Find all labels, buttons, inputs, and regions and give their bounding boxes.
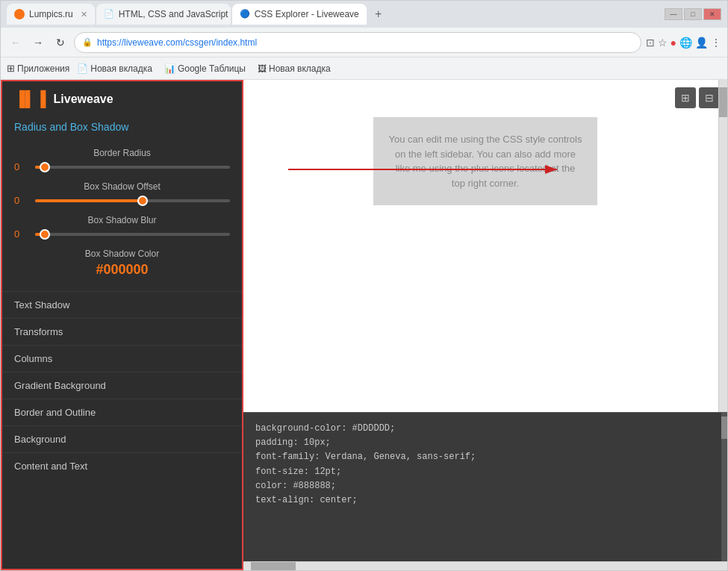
menu-item-border-outline[interactable]: Border and Outline: [2, 399, 242, 425]
sidebar-scrollable[interactable]: Border Radius 0 Box Shadow Offset: [2, 140, 242, 569]
box-shadow-color-value[interactable]: #000000: [14, 262, 230, 278]
border-radius-thumb[interactable]: [40, 162, 50, 172]
box-shadow-blur-track: [35, 233, 230, 236]
box-shadow-offset-label: Box Shadow Offset: [14, 181, 230, 192]
border-radius-slider[interactable]: [35, 162, 230, 172]
minimize-button[interactable]: —: [665, 8, 682, 20]
bookmark-label-3: Новая вкладка: [269, 63, 331, 74]
logo-text: Liveweave: [54, 93, 113, 106]
preview-area: ⊞ ⊟ You can edit me using the CSS style …: [243, 80, 727, 412]
forward-button[interactable]: →: [29, 34, 47, 52]
box-shadow-blur-row: 0: [14, 228, 230, 240]
cast-icon[interactable]: ⊡: [646, 37, 655, 49]
box-shadow-offset-row: 0: [14, 195, 230, 206]
tab-html-demo[interactable]: 📄 HTML, CSS and JavaScript demo ✕: [96, 4, 231, 25]
menu-item-border-outline-label: Border and Outline: [14, 407, 96, 418]
bookmark-icon[interactable]: ☆: [658, 37, 668, 49]
menu-item-transforms-label: Transforms: [14, 326, 63, 337]
preview-scrollbar-thumb: [719, 87, 727, 117]
menu-item-columns-label: Columns: [14, 353, 52, 364]
controls-panel: Border Radius 0 Box Shadow Offset: [2, 140, 242, 291]
bookmarks-bar: ⊞ Приложения 📄 Новая вкладка 📊 Google Та…: [1, 57, 727, 80]
code-scrollbar-thumb: [721, 416, 727, 439]
menu-item-content-text[interactable]: Content and Text: [2, 452, 242, 479]
expand-button[interactable]: ⊞: [675, 87, 696, 108]
close-button[interactable]: ✕: [703, 8, 721, 20]
preview-scrollbar[interactable]: [718, 80, 727, 412]
lock-icon: 🔒: [82, 37, 93, 47]
bookmark-label-2: Google Таблицы: [178, 63, 246, 74]
color-section: Box Shadow Color #000000: [14, 249, 230, 278]
box-shadow-offset-thumb[interactable]: [137, 196, 148, 206]
menu-item-content-text-label: Content and Text: [14, 461, 87, 472]
menu-item-background[interactable]: Background: [2, 425, 242, 452]
tab-favicon-css: 🔵: [240, 9, 250, 19]
horizontal-scrollbar[interactable]: [243, 561, 727, 570]
tab-css-explorer[interactable]: 🔵 CSS Explorer - Liveweave ✕: [232, 4, 367, 25]
code-scrollbar[interactable]: [721, 413, 727, 561]
bookmark-new-tab-1[interactable]: 📄 Новая вкладка: [72, 62, 157, 75]
browser-window: Lumpics.ru ✕ 📄 HTML, CSS and JavaScript …: [0, 0, 728, 571]
logo-icon: ▐▌▐: [14, 90, 46, 107]
title-bar: Lumpics.ru ✕ 📄 HTML, CSS and JavaScript …: [1, 1, 727, 28]
apps-label: Приложения: [17, 63, 69, 74]
sidebar: ▐▌▐ Liveweave Radius and Box Shadow Bord…: [1, 80, 243, 570]
bookmark-new-tab-2[interactable]: 🖼 Новая вкладка: [253, 62, 335, 75]
box-shadow-blur-label: Box Shadow Blur: [14, 215, 230, 225]
border-radius-label: Border Radius: [14, 148, 230, 158]
tab-close-lumpics[interactable]: ✕: [81, 10, 87, 19]
sheets-icon: 📊: [164, 63, 175, 74]
tab-favicon-lumpics: [14, 9, 25, 19]
image-icon: 🖼: [258, 63, 267, 74]
preview-controls: ⊞ ⊟: [675, 87, 720, 108]
box-shadow-blur-slider[interactable]: [35, 229, 230, 240]
bookmark-google-sheets[interactable]: 📊 Google Таблицы: [160, 62, 250, 75]
url-text: https://liveweave.com/cssgen/index.html: [97, 37, 257, 48]
doc-icon: 📄: [77, 63, 88, 74]
box-shadow-color-label: Box Shadow Color: [14, 249, 230, 259]
menu-item-text-shadow[interactable]: Text Shadow: [2, 291, 242, 318]
menu-icon[interactable]: ⋮: [711, 37, 721, 49]
box-shadow-offset-slider[interactable]: [35, 196, 230, 206]
menu-item-transforms[interactable]: Transforms: [2, 318, 242, 345]
sidebar-section-title: Radius and Box Shadow: [2, 116, 242, 140]
box-shadow-blur-thumb[interactable]: [40, 229, 50, 240]
bookmark-label-1: Новая вкладка: [90, 63, 152, 74]
avatar-icon[interactable]: 👤: [695, 37, 708, 49]
menu-item-gradient-background[interactable]: Gradient Background: [2, 372, 242, 399]
tab-label-css: CSS Explorer - Liveweave: [255, 9, 359, 19]
box-shadow-blur-value: 0: [14, 228, 29, 240]
horizontal-scrollbar-thumb: [251, 562, 296, 570]
sidebar-header: ▐▌▐ Liveweave: [2, 81, 242, 116]
address-bar-icons: ⊡ ☆ ● 🌐 👤 ⋮: [646, 37, 721, 49]
new-tab-button[interactable]: +: [368, 4, 389, 25]
menu-item-background-label: Background: [14, 434, 66, 445]
address-bar: ← → ↻ 🔒 https://liveweave.com/cssgen/ind…: [1, 28, 727, 57]
tab-lumpics[interactable]: Lumpics.ru ✕: [7, 4, 95, 25]
collapse-button[interactable]: ⊟: [699, 87, 720, 108]
box-shadow-offset-value: 0: [14, 195, 29, 206]
menu-item-text-shadow-label: Text Shadow: [14, 299, 69, 311]
menu-item-columns[interactable]: Columns: [2, 345, 242, 372]
right-panel: ⊞ ⊟ You can edit me using the CSS style …: [243, 80, 727, 570]
apps-button[interactable]: ⊞ Приложения: [7, 63, 69, 74]
tab-label-html: HTML, CSS and JavaScript demo: [119, 9, 231, 19]
apps-grid-icon: ⊞: [7, 63, 15, 74]
preview-box: You can edit me using the CSS style cont…: [373, 117, 597, 205]
globe-icon[interactable]: 🌐: [679, 37, 692, 49]
back-button[interactable]: ←: [7, 34, 25, 52]
tab-label-lumpics: Lumpics.ru: [29, 9, 73, 19]
browser-content: ▐▌▐ Liveweave Radius and Box Shadow Bord…: [1, 80, 727, 570]
tab-favicon-html: 📄: [104, 9, 114, 19]
maximize-button[interactable]: □: [684, 8, 702, 20]
refresh-button[interactable]: ↻: [52, 34, 69, 52]
preview-text: You can edit me using the CSS style cont…: [389, 134, 582, 189]
border-radius-value: 0: [14, 161, 29, 172]
menu-item-gradient-background-label: Gradient Background: [14, 380, 106, 391]
sidebar-menu: Text Shadow Transforms Columns Gradient …: [2, 291, 242, 479]
border-radius-row: 0: [14, 161, 230, 172]
code-panel[interactable]: background-color: #DDDDDD; padding: 10px…: [243, 412, 727, 561]
url-bar[interactable]: 🔒 https://liveweave.com/cssgen/index.htm…: [74, 32, 641, 53]
css-code: background-color: #DDDDDD; padding: 10px…: [255, 422, 715, 508]
opera-icon[interactable]: ●: [671, 37, 676, 49]
